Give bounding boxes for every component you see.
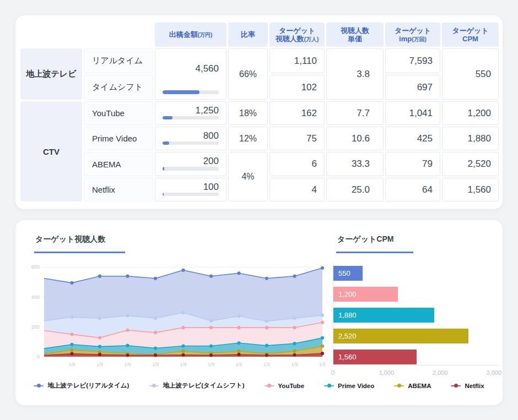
cpm-bar-YouTube: 1,200 xyxy=(333,287,398,302)
data-point xyxy=(181,350,185,353)
data-point xyxy=(154,353,157,357)
ratio-cell-youtube: 18% xyxy=(228,101,268,125)
data-point xyxy=(237,314,240,318)
data-point xyxy=(98,275,101,278)
legend-item-Netflix[interactable]: Netflix xyxy=(451,381,484,390)
data-point xyxy=(98,353,101,356)
legend-label: YouTube xyxy=(278,383,304,389)
legend-dot xyxy=(454,384,458,388)
data-point xyxy=(265,319,268,323)
target-audience-area-chart: 02004006001/81/81/81/81/81/81/81/81/81/8 xyxy=(28,261,325,371)
data-point xyxy=(154,331,157,334)
data-point xyxy=(209,326,213,329)
legend-label: 地上波テレビ(タイムシフト) xyxy=(163,381,244,390)
media-plan-table-card: 出稿金額(万円) 比率 ターゲット 視聴人数(万人) 視聴人数 単価 ターゲット… xyxy=(15,15,503,209)
data-point xyxy=(293,342,296,345)
media-plan-table: 出稿金額(万円) 比率 ターゲット 視聴人数(万人) 視聴人数 単価 ターゲット… xyxy=(20,23,498,201)
audience-cell-prime-video: 75 xyxy=(269,127,325,150)
data-point xyxy=(181,269,185,272)
spend-bar-track xyxy=(163,116,219,119)
data-point xyxy=(209,319,213,323)
imp-cell-prime-video: 425 xyxy=(385,127,440,150)
data-point xyxy=(181,353,185,357)
cpm-cell-netflix: 1,560 xyxy=(442,178,499,201)
cpm-bar-row: 2,520 xyxy=(333,329,499,343)
legend-item-Prime Video[interactable]: Prime Video xyxy=(324,381,374,390)
data-point xyxy=(126,314,129,317)
legend-item-YouTube[interactable]: YouTube xyxy=(265,381,304,390)
legend-dot xyxy=(152,384,156,388)
data-point xyxy=(154,346,157,350)
legend-dot xyxy=(267,384,271,388)
y-axis-tick: 400 xyxy=(31,294,40,300)
col-header-spend: 出稿金額(万円) xyxy=(155,23,226,47)
legend-item-地上波テレビ(タイムシフト)[interactable]: 地上波テレビ(タイムシフト) xyxy=(149,381,244,390)
legend-label: Netflix xyxy=(465,383,484,389)
legend-marker-icon xyxy=(394,384,404,388)
data-point xyxy=(209,353,213,357)
data-point xyxy=(237,326,240,329)
cpm-bar-row: 1,560 xyxy=(333,350,499,364)
data-point xyxy=(70,343,73,346)
data-point xyxy=(321,266,324,270)
cpm-cell-youtube: 1,200 xyxy=(442,101,499,125)
bar-chart-title: ターゲットCPM xyxy=(336,234,413,253)
legend-dot xyxy=(37,384,41,388)
unit-price-cell-prime-video: 10.6 xyxy=(326,127,384,150)
unit-price-cell-terrestrial: 3.8 xyxy=(326,48,384,100)
cpm-bar-row: 1,200 xyxy=(333,287,499,302)
legend-label: 地上波テレビ(リアルタイム) xyxy=(47,381,129,390)
cpm-bar-ABEMA: 2,520 xyxy=(333,329,468,343)
cpm-bar-row: 550 xyxy=(333,266,499,281)
spend-bar-track xyxy=(163,193,219,196)
ratio-cell-terrestrial: 66% xyxy=(228,48,268,100)
row-group-ctv: CTV xyxy=(20,101,82,201)
row-label-youtube: YouTube xyxy=(84,101,153,125)
legend-item-地上波テレビ(リアルタイム)[interactable]: 地上波テレビ(リアルタイム) xyxy=(34,381,129,390)
legend-label: ABEMA xyxy=(408,383,431,389)
x-axis-tick: 1/8 xyxy=(69,362,75,367)
audience-cell-realtime: 1,110 xyxy=(269,48,325,73)
ratio-cell-prime-video: 12% xyxy=(228,127,268,150)
spend-cell-netflix: 100 xyxy=(155,178,226,201)
data-point xyxy=(293,317,296,320)
imp-cell-timeshift: 697 xyxy=(385,75,440,100)
spend-bar-fill xyxy=(163,193,164,196)
area-chart-title: ターゲット視聴人数 xyxy=(34,234,125,253)
data-point xyxy=(321,336,324,340)
data-point xyxy=(265,326,268,329)
cpm-bar-Prime Video: 1,880 xyxy=(333,308,434,323)
x-axis-tick: 1/8 xyxy=(125,362,131,367)
x-axis-tick: 1/8 xyxy=(96,362,103,367)
bar-value-label: 1,200 xyxy=(338,290,357,298)
legend-marker-icon xyxy=(149,384,159,388)
data-point xyxy=(237,350,240,353)
data-point xyxy=(237,271,240,275)
y-axis-tick: 600 xyxy=(31,264,40,270)
data-point xyxy=(293,350,296,353)
data-point xyxy=(321,352,324,355)
unit-price-cell-netflix: 25.0 xyxy=(326,178,384,201)
unit-price-cell-youtube: 7.7 xyxy=(326,101,384,125)
data-point xyxy=(181,311,185,314)
legend-marker-icon xyxy=(451,384,461,388)
row-label-abema: ABEMA xyxy=(84,152,153,176)
imp-cell-realtime: 7,593 xyxy=(385,48,440,73)
y-axis-tick: 0 xyxy=(37,354,40,359)
x-axis-tick: 1/8 xyxy=(152,362,159,367)
bar-value-label: 2,520 xyxy=(338,332,357,340)
legend-dot xyxy=(327,384,331,388)
cpm-bar-Netflix: 1,560 xyxy=(333,350,417,364)
legend-item-ABEMA[interactable]: ABEMA xyxy=(394,381,431,390)
cpm-bar-row: 1,880 xyxy=(333,308,499,323)
imp-cell-abema: 79 xyxy=(385,152,440,176)
cpm-cell-terrestrial: 550 xyxy=(442,48,499,100)
data-point xyxy=(265,353,268,357)
data-point xyxy=(126,275,129,278)
table-corner-spacer xyxy=(20,23,153,47)
data-point xyxy=(98,345,101,348)
data-point xyxy=(209,344,213,347)
x-axis-tick: 1/8 xyxy=(236,362,242,367)
bar-value-label: 1,560 xyxy=(338,353,357,361)
audience-cell-youtube: 162 xyxy=(269,101,325,125)
